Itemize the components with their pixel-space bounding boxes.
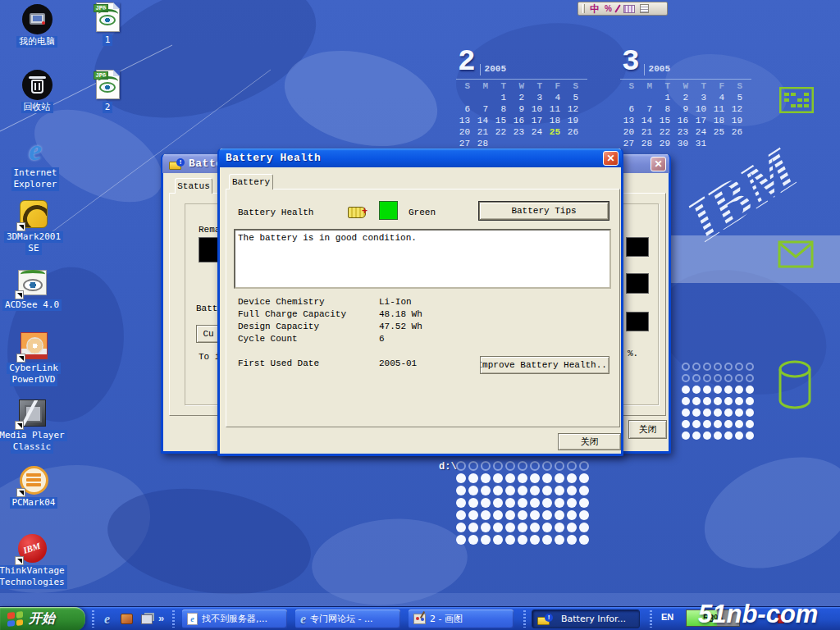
calendar-date [710,138,728,149]
calendar-date: 14 [638,115,656,126]
battery-tips-button[interactable]: Battery Tips [479,202,609,220]
quick-launch-show-desktop[interactable] [138,610,155,628]
calendar-date: 8 [656,103,674,115]
taskbar-window-1[interactable]: e找不到服务器,... [182,609,287,628]
desktop-icon-jpg-2[interactable]: JPG2 [75,69,139,113]
language-bar-grip[interactable] [582,4,585,13]
calendar-date: 12 [728,103,746,115]
calendar-month: 3 [622,50,640,75]
shortcut-arrow-icon [16,222,25,231]
health-status-swatch [379,201,398,220]
calendar-year: 2005 [480,64,506,75]
thinkvantage-icon: IBM [16,532,48,564]
calendar-date: 16 [510,115,528,126]
close-button[interactable]: 关闭 [558,433,621,450]
desktop-icon-media-player-classic[interactable]: Media PlayerClassic [0,397,64,454]
desktop-icon-label: 3DMark2001SE [4,231,63,255]
taskbar-window-label: 2 - 画图 [430,613,463,625]
quick-launch-ie[interactable]: e [98,610,116,628]
soft-keyboard-icon[interactable] [623,5,635,13]
ime-pen-icon[interactable] [614,4,621,12]
improve-battery-health-button[interactable]: Improve Battery Health... [480,356,609,374]
shortcut-arrow-icon [15,290,24,299]
desktop-icon-thinkvantage[interactable]: IBMThinkVantageTechnologies [0,532,64,589]
desktop-icon-acdsee[interactable]: ACDSee 4.0 [0,267,64,311]
desktop-icon-recycle-bin[interactable]: 回收站 [5,69,69,113]
desktop-icon-3dmark2001[interactable]: 3DMark2001SE [2,199,66,255]
calendar-date: 6 [456,103,474,115]
battery-info-rows: Device ChemistryLi-IonFull Charge Capaci… [238,295,599,345]
calendar-date [546,138,564,149]
calendar-date: 15 [656,115,674,126]
desktop-icon-my-computer[interactable]: 我的电脑 [5,3,69,48]
calendar-date: 20 [620,126,638,138]
ime-menu-icon[interactable] [640,4,649,13]
battery-health-titlebar[interactable]: Battery Health ✕ [219,148,622,167]
calendar-day-header: T [492,80,510,92]
tab-status[interactable]: Status [175,178,212,194]
calendar-date: 14 [474,115,492,126]
calendar-february: 22005SMTWTFS1234567891011121314151617181… [456,46,587,149]
desktop-icon-label: 回收站 [21,102,53,113]
calendar-date: 28 [474,138,492,149]
calendar-date [492,138,510,149]
calendar-date: 8 [492,103,510,115]
close-icon[interactable]: ✕ [651,157,666,171]
calendar-date: 13 [456,115,474,126]
battery-health-dialog: Battery Health ✕ Battery Battery Health … [217,148,623,456]
calendar-date: 5 [728,92,746,103]
calendar-day-header: F [710,80,728,92]
info-label: Device Chemistry [238,297,379,307]
battery-info-row: Cycle Count6 [238,332,599,345]
jpg-1-icon: JPG [92,2,123,33]
calendar-day-header: M [474,80,492,92]
calendar-date: 18 [710,115,728,126]
calendar-date: 1 [656,92,674,103]
calendar-day-header: T [692,80,710,92]
battery-info-row: Design Capacity47.52 Wh [238,320,599,332]
language-indicator[interactable]: EN [661,612,673,622]
calendar-date: 24 [528,126,546,138]
tray-battery-meter[interactable]: 58% [686,609,740,627]
taskbar-window-4[interactable]: Battery Infor... [532,609,640,628]
tray-icon-red[interactable] [778,614,784,623]
quick-launch-overflow-chevron[interactable]: » [158,612,164,624]
desktop-icon-pcmark04[interactable]: PCMark04 [2,464,66,509]
calendar-date: 21 [638,126,656,138]
first-used-label: First Used Date [238,358,379,368]
calendar-date: 7 [474,103,492,115]
shortcut-arrow-icon [15,556,24,565]
info-label: Full Charge Capacity [238,309,379,319]
calendar-date: 4 [546,92,564,103]
calendar-date: 18 [546,115,564,126]
calendar-year: 2005 [644,64,670,75]
windows-logo-icon [7,611,23,627]
ime-chinese-icon[interactable]: 中 [590,4,600,14]
calendar-day-header: W [674,80,692,92]
gauge-box-2 [626,273,649,294]
tab-battery[interactable]: Battery [229,174,273,189]
desktop-icon-jpg-1[interactable]: JPG1 [75,2,139,46]
calendar-date: 7 [638,103,656,115]
condition-text: The battery is in good condition. [238,233,612,243]
desktop-icon-label: CyberLinkPowerDVD [7,363,61,386]
desktop-icon-internet-explorer[interactable]: eInternetExplorer [3,135,67,191]
condition-textbox[interactable]: The battery is in good condition. [234,229,611,289]
close-icon[interactable]: ✕ [603,151,619,166]
info-label: Design Capacity [238,322,379,331]
ime-ratio-icon[interactable]: % [605,5,612,13]
calendar-date: 13 [620,115,638,126]
calendar-date: 16 [674,115,692,126]
pcmark04-icon [18,464,49,495]
start-button[interactable]: 开始 [0,607,85,630]
battery-alert-icon [537,614,553,625]
battery-health-title: Battery Health [226,152,321,164]
quick-launch-mail[interactable] [118,610,135,628]
taskbar-window-2[interactable]: e专门网论坛 - ... [295,609,400,628]
taskbar-window-label: 专门网论坛 - ... [310,613,372,625]
calendar-date: 11 [710,103,728,115]
taskbar-window-3[interactable]: 2 - 画图 [409,609,514,628]
desktop-icon-powerdvd[interactable]: CyberLinkPowerDVD [2,330,66,386]
calendar-date: 28 [638,138,656,149]
close-button-bg[interactable]: 关闭 [628,420,667,439]
